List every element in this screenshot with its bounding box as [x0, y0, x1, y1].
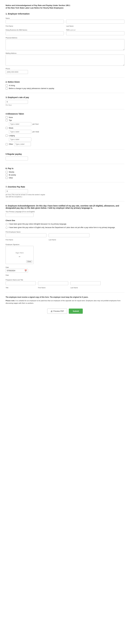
per-hour-label: Per Hour	[6, 104, 124, 106]
phone-input[interactable]	[6, 70, 28, 74]
first-name-sublabel: First Name	[6, 25, 64, 27]
footer-buttons: 🖨 Preview PDF Submit	[6, 308, 124, 314]
section2-title: 2. Notice Given	[6, 81, 124, 83]
overtime-rate-input[interactable]	[6, 189, 28, 193]
mailing-address-input[interactable]	[6, 54, 124, 66]
radio-english-only[interactable]	[6, 227, 8, 228]
preparer-title-input[interactable]	[6, 281, 36, 285]
biweekly-checkbox[interactable]	[6, 174, 8, 176]
lodging-checkbox[interactable]	[6, 134, 8, 137]
section8: 8. Employee Acknowledgement: On this day…	[6, 205, 124, 289]
fein-label: FEIN optional	[66, 29, 124, 31]
submit-button[interactable]: Submit	[69, 308, 83, 314]
primary-language-input[interactable]	[6, 213, 34, 217]
emp-last-name-sub: Last Name	[49, 239, 89, 240]
radio2-label: I have been given this pay notice in Eng…	[9, 226, 115, 229]
meals-label: Meals	[9, 127, 13, 129]
signature-box[interactable]: Sign Here ✒ Clear	[6, 246, 34, 264]
section8-title: 8. Employee Acknowledgement: On this day…	[6, 205, 124, 209]
other-label: Other	[9, 143, 13, 145]
dba-label: Doing Business As DBA Names	[6, 29, 64, 31]
employer-last-name-input[interactable]	[66, 20, 124, 24]
weekly-label: Weekly	[9, 171, 14, 173]
tips-checkbox[interactable]	[6, 119, 8, 121]
at-hiring-label: At hiring	[9, 84, 15, 86]
section3-title: 3. Employee's rate of pay	[6, 96, 124, 98]
tips-label: Tips	[9, 120, 12, 121]
please-note-bold: Please note:	[6, 300, 15, 302]
tips-per-label: per hour	[32, 123, 39, 125]
dollar-sign-3: $	[7, 101, 8, 103]
overtime-note: per hour (This must be at least 1½ times…	[6, 194, 47, 198]
date-input[interactable]	[6, 269, 28, 272]
section3: 3. Employee's rate of pay $ Per Hour	[6, 96, 124, 106]
section5-title: 5 Regular payday	[6, 153, 124, 155]
phone-label: Phone	[6, 68, 124, 70]
print-name-label: Print Employee Name	[6, 231, 124, 233]
signature-label: Employee Signature	[6, 244, 124, 245]
name-label: Name	[6, 18, 124, 19]
preparer-first-name-sub: First Name	[38, 287, 68, 288]
lodging-label: Lodging	[9, 135, 15, 137]
clear-button[interactable]: Clear	[26, 260, 32, 263]
section1-title: 1. Employer Information	[6, 12, 124, 15]
preparer-title-sub: Title	[6, 287, 36, 288]
section1: 1. Employer Information Name First Name …	[6, 12, 124, 74]
dba-input[interactable]	[6, 31, 64, 35]
physical-address-input[interactable]	[6, 39, 124, 50]
dollar-sign-7: $	[7, 190, 8, 192]
tips-amount-input[interactable]	[9, 122, 31, 126]
preview-icon: 🖨	[50, 310, 52, 312]
preparer-last-name-input[interactable]	[71, 281, 101, 285]
pay-rate-input[interactable]	[6, 100, 28, 104]
meals-checkbox[interactable]	[6, 127, 8, 129]
regular-payday-input[interactable]	[6, 156, 28, 160]
emp-first-name-sub: First Name	[6, 239, 46, 240]
mailing-address-label: Mailing Address	[6, 52, 124, 54]
at-hiring-checkbox[interactable]	[6, 84, 8, 86]
section4: 4 Allowances Taken None Tips per hour Me…	[6, 113, 124, 146]
signature-pen-icon: ✒	[19, 255, 21, 258]
biweekly-label: Bi-weekly	[9, 174, 16, 176]
section7: 7. Overtime Pay Rate $ per hour (This mu…	[6, 186, 124, 198]
employee-first-name-input[interactable]	[6, 233, 46, 237]
section2: 2. Notice Given At hiring Before a chang…	[6, 81, 124, 90]
section7-title: 7. Overtime Pay Rate	[6, 186, 124, 188]
radio-english-primary[interactable]	[6, 223, 8, 225]
fein-input[interactable]	[66, 31, 124, 35]
date-label: Date	[6, 266, 124, 268]
employee-last-name-input[interactable]	[49, 233, 89, 237]
section4-title: 4 Allowances Taken	[6, 113, 124, 115]
other-pay-label: Other	[9, 177, 13, 179]
sign-here-text: Sign Here	[16, 252, 24, 254]
preparer-first-name-input[interactable]	[38, 281, 68, 285]
footer-note1: The employee must receive a signed copy …	[6, 296, 88, 298]
preparers-label: Preparers Name and Title	[6, 279, 124, 281]
employer-first-name-input[interactable]	[6, 20, 64, 24]
primary-language-label: Your Primary Language (If it is not Engl…	[6, 211, 124, 212]
radio1-label: I have been given this pay notice inEngl…	[9, 223, 67, 225]
before-change-checkbox[interactable]	[6, 87, 8, 90]
section6-title: 6. Pay is	[6, 167, 124, 170]
before-change-label: Before a change in pay rate(s),allowance…	[9, 88, 54, 90]
section5: 5 Regular payday	[6, 153, 124, 160]
please-note-text: It is unlawful for an employee to be pai…	[6, 300, 120, 304]
doc-title: Notice and Acknowledgement of Pay Rate a…	[6, 4, 124, 9]
last-name-sublabel: Last Name	[66, 25, 124, 27]
date-sublabel: Date	[6, 274, 124, 276]
preview-pdf-button[interactable]: 🖨 Preview PDF	[47, 308, 67, 314]
other-label-input[interactable]	[14, 142, 31, 146]
none-checkbox[interactable]	[6, 116, 8, 118]
meals-amount-input[interactable]	[9, 130, 31, 134]
other-checkbox[interactable]	[6, 143, 8, 145]
section6: 6. Pay is Weekly Bi-weekly Other	[6, 167, 124, 179]
check-one-label: Check One	[6, 220, 124, 222]
meals-per-label: per meal	[32, 131, 39, 133]
lodging-amount-input[interactable]	[9, 138, 31, 142]
preparer-last-name-sub: Last Name	[71, 287, 101, 288]
physical-address-label: Physical Address	[6, 37, 124, 38]
other-pay-checkbox[interactable]	[6, 177, 8, 179]
weekly-checkbox[interactable]	[6, 171, 8, 173]
footer-notes: The employee must receive a signed copy …	[6, 296, 124, 304]
none-label: None	[9, 116, 13, 118]
